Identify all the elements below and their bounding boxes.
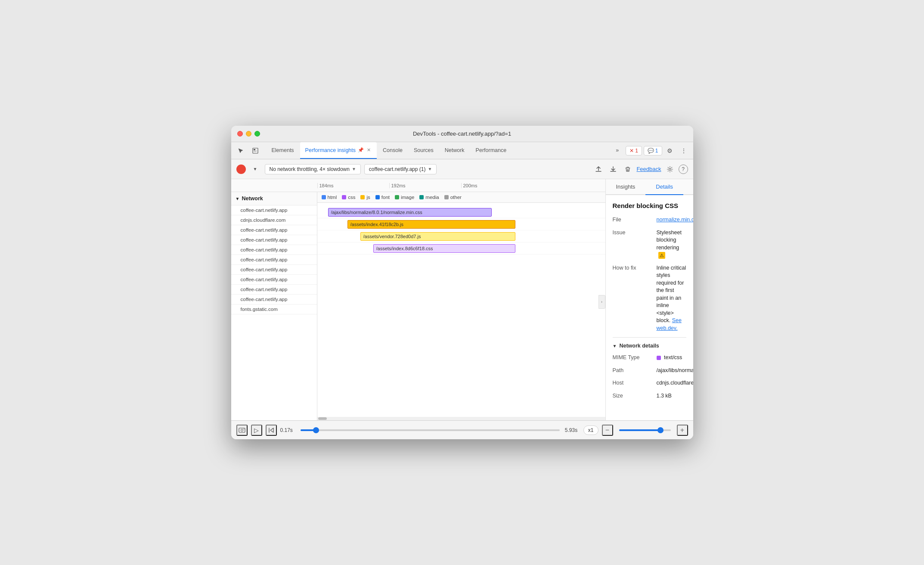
- throttle-dropdown-arrow-icon: ▼: [352, 167, 356, 171]
- tab-console[interactable]: Console: [378, 142, 408, 159]
- path-value: /ajax/libs/normalize/8.0.1/normalize.min…: [657, 367, 693, 375]
- main-content: 184ms 192ms 200ms ▼ Network coffee-cart.…: [231, 179, 693, 420]
- bar-row: /ajax/libs/normalize/8.0.1/normalize.min…: [317, 206, 605, 218]
- upload-icon[interactable]: [592, 163, 605, 175]
- details-content: Render blocking CSS File normalize.min.c…: [606, 195, 693, 412]
- toolbar-right: Feedback ?: [592, 163, 688, 175]
- help-icon[interactable]: ?: [679, 165, 688, 174]
- settings-icon[interactable]: ⚙: [664, 145, 676, 157]
- time-marker-200: 200ms: [461, 183, 533, 188]
- scrollbar-thumb[interactable]: [318, 417, 327, 420]
- tab-performance[interactable]: Performance: [471, 142, 512, 159]
- play-button[interactable]: ▷: [251, 425, 262, 436]
- zoom-thumb[interactable]: [657, 427, 664, 433]
- horizontal-scrollbar[interactable]: [317, 417, 605, 420]
- network-bar-index-css[interactable]: /assets/index.8d6c6f18.css: [373, 244, 515, 253]
- network-details-header[interactable]: ▼ Network details: [613, 343, 686, 349]
- list-item[interactable]: coffee-cart.netlify.app: [231, 275, 317, 285]
- page-dropdown-arrow-icon: ▼: [428, 167, 432, 171]
- issue-label: Issue: [613, 229, 651, 259]
- list-item[interactable]: coffee-cart.netlify.app: [231, 255, 317, 265]
- cursor-icon[interactable]: [235, 145, 247, 157]
- warning-icon: ⚠: [658, 252, 665, 259]
- list-item[interactable]: coffee-cart.netlify.app: [231, 265, 317, 275]
- time-marker-184: 184ms: [317, 183, 389, 188]
- error-icon: ✕: [629, 148, 634, 154]
- settings-gear-icon[interactable]: [664, 163, 676, 175]
- more-tabs-button[interactable]: »: [611, 145, 624, 157]
- bars-container: /ajax/libs/normalize/8.0.1/normalize.min…: [317, 203, 605, 258]
- other-color-dot: [444, 195, 449, 199]
- page-dropdown[interactable]: coffee-cart.netlify.app (1) ▼: [364, 164, 437, 174]
- section-arrow-icon: ▼: [613, 344, 617, 348]
- network-details-section: ▼ Network details MIME Type text/css Pat…: [613, 337, 686, 400]
- devtools-icons: [235, 145, 261, 157]
- list-item[interactable]: coffee-cart.netlify.app: [231, 225, 317, 235]
- list-item[interactable]: coffee-cart.netlify.app: [231, 295, 317, 304]
- legend-media: media: [419, 195, 439, 200]
- list-item[interactable]: cdnjs.cloudflare.com: [231, 215, 317, 225]
- errors-badge[interactable]: ✕ 1: [626, 146, 642, 155]
- screenshot-toggle-icon[interactable]: [236, 425, 248, 436]
- tab-network[interactable]: Network: [440, 142, 470, 159]
- more-options-icon[interactable]: ⋮: [678, 145, 690, 157]
- network-bar-normalize-css[interactable]: /ajax/libs/normalize/8.0.1/normalize.min…: [328, 208, 492, 217]
- inspect-element-icon[interactable]: [249, 145, 261, 157]
- tab-close-icon[interactable]: ✕: [366, 147, 372, 153]
- scrubber-track[interactable]: [301, 429, 560, 431]
- file-value: normalize.min.css: [657, 216, 693, 224]
- legend-image: image: [395, 195, 414, 200]
- zoom-out-icon[interactable]: −: [602, 425, 613, 436]
- legend-js: js: [360, 195, 370, 200]
- network-section: ▼ Network coffee-cart.netlify.app cdnjs.…: [231, 192, 605, 420]
- download-icon[interactable]: [607, 163, 619, 175]
- delete-icon[interactable]: [622, 163, 634, 175]
- skip-to-start-button[interactable]: [266, 425, 277, 436]
- issue-value: Stylesheet blocking rendering ⚠: [657, 229, 686, 259]
- svg-rect-3: [254, 152, 256, 152]
- titlebar: DevTools - coffee-cart.netlify.app/?ad=1: [231, 126, 693, 142]
- zoom-in-icon[interactable]: +: [677, 425, 688, 436]
- record-button[interactable]: [236, 165, 246, 174]
- left-panel: 184ms 192ms 200ms ▼ Network coffee-cart.…: [231, 179, 606, 420]
- message-icon: 💬: [648, 148, 654, 154]
- time-marker-192: 192ms: [389, 183, 461, 188]
- list-item[interactable]: coffee-cart.netlify.app: [231, 235, 317, 245]
- legend-font: font: [375, 195, 390, 200]
- svg-point-4: [669, 168, 671, 170]
- network-bar-vendor-js[interactable]: /assets/vendor.728ed0d7.js: [360, 232, 515, 241]
- start-time-label: 0.17s: [280, 427, 295, 433]
- mime-color-dot: [657, 356, 661, 360]
- list-item[interactable]: fonts.gstatic.com: [231, 304, 317, 314]
- file-label: File: [613, 216, 651, 224]
- speed-button[interactable]: x1: [583, 425, 598, 435]
- right-panel: Insights Details Render blocking CSS Fil…: [606, 179, 693, 420]
- tab-performance-insights[interactable]: Performance insights 📌 ✕: [300, 142, 377, 159]
- timeline-header: 184ms 192ms 200ms: [231, 179, 605, 192]
- throttle-dropdown[interactable]: No network throttling, 4× slowdown ▼: [265, 164, 361, 174]
- network-header[interactable]: ▼ Network: [231, 192, 317, 205]
- minimize-button[interactable]: [246, 131, 251, 137]
- scrubber-thumb[interactable]: [313, 427, 319, 433]
- svg-rect-2: [254, 151, 257, 151]
- network-bar-index-js[interactable]: /assets/index.41f18c2b.js: [347, 220, 515, 229]
- feedback-link[interactable]: Feedback: [636, 166, 661, 172]
- expand-arrow-icon[interactable]: ›: [598, 295, 605, 309]
- media-color-dot: [419, 195, 424, 199]
- tab-sources[interactable]: Sources: [409, 142, 439, 159]
- list-item[interactable]: coffee-cart.netlify.app: [231, 245, 317, 255]
- tab-details[interactable]: Details: [645, 179, 683, 195]
- list-item[interactable]: coffee-cart.netlify.app: [231, 285, 317, 295]
- svg-rect-1: [254, 149, 255, 150]
- maximize-button[interactable]: [254, 131, 260, 137]
- tab-elements[interactable]: Elements: [267, 142, 299, 159]
- messages-badge[interactable]: 💬 1: [644, 146, 662, 155]
- how-to-fix-detail-row: How to fix Inline critical styles requir…: [613, 264, 686, 332]
- file-link[interactable]: normalize.min.css: [657, 217, 693, 223]
- close-button[interactable]: [237, 131, 243, 137]
- tab-insights[interactable]: Insights: [606, 179, 646, 195]
- zoom-track[interactable]: [619, 429, 671, 431]
- record-dropdown-icon[interactable]: ▼: [249, 163, 261, 175]
- legend-html: html: [322, 195, 337, 200]
- list-item[interactable]: coffee-cart.netlify.app: [231, 205, 317, 215]
